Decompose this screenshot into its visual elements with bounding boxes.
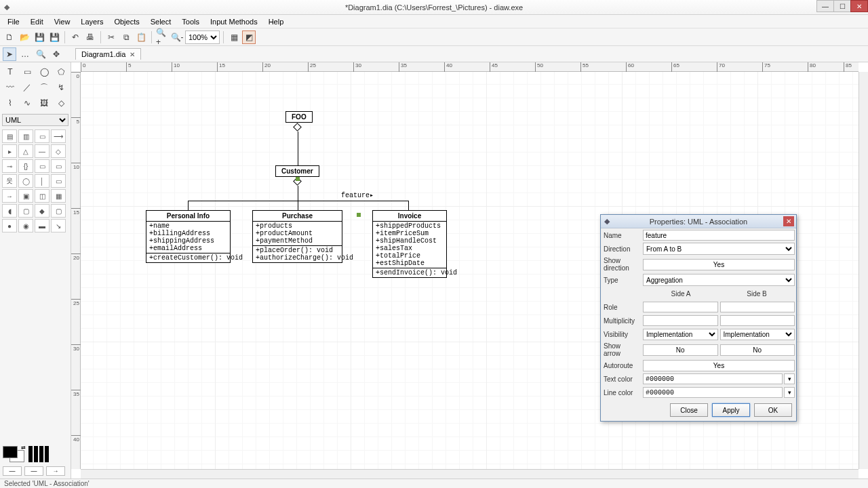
multiplicity-a-input[interactable] [643, 315, 718, 326]
uml-template-icon[interactable]: ▥ [18, 129, 33, 143]
uml-node-icon[interactable]: ◫ [35, 189, 50, 203]
line-color-input[interactable] [643, 387, 783, 398]
uml-branch-icon[interactable]: ◆ [35, 204, 50, 218]
uml-dependency-icon[interactable]: ⟶ [51, 129, 66, 143]
uml-state-icon[interactable]: ◖ [2, 204, 17, 218]
uml-largepkg-icon[interactable]: ▭ [51, 159, 66, 173]
show-direction-toggle[interactable]: Yes [643, 259, 795, 270]
uml-fork-icon[interactable]: ▬ [35, 219, 50, 232]
uml-note-icon[interactable]: ▭ [35, 129, 50, 143]
uml-class-purchase[interactable]: Purchase +products +productAmount +payme… [252, 210, 342, 263]
menu-objects[interactable]: Objects [109, 16, 144, 27]
uml-usecase-icon[interactable]: ◯ [18, 174, 33, 188]
uml-association-icon[interactable]: — [35, 144, 50, 158]
menu-view[interactable]: View [50, 16, 75, 27]
save-icon[interactable]: 💾 [33, 30, 46, 44]
apply-button[interactable]: Apply [712, 403, 750, 417]
bezierline-tool-icon[interactable]: ∿ [19, 96, 35, 110]
close-button[interactable]: Close [670, 403, 708, 417]
type-select[interactable]: Aggregation [643, 274, 795, 286]
role-a-input[interactable] [643, 302, 718, 312]
properties-dialog[interactable]: ◆ Properties: UML - Association ✕ Name D… [600, 214, 797, 422]
uml-message-icon[interactable]: → [2, 189, 17, 203]
cut-icon[interactable]: ✂ [104, 30, 118, 44]
minimize-button[interactable]: — [816, 0, 834, 12]
zoom-in-icon[interactable]: 🔍+ [155, 30, 169, 44]
name-input[interactable] [643, 230, 795, 241]
selection-handle[interactable] [296, 177, 300, 181]
uml-class-icon[interactable]: ▤ [2, 129, 17, 143]
box-tool-icon[interactable]: ▭ [19, 64, 35, 79]
save-as-icon[interactable]: 💾 [47, 30, 61, 44]
document-tab[interactable]: Diagram1.dia ✕ [75, 48, 141, 60]
uml-final-icon[interactable]: ◉ [18, 219, 33, 232]
menu-layers[interactable]: Layers [76, 16, 108, 27]
direction-select[interactable]: From A to B [643, 243, 795, 255]
color-selector[interactable]: ⇄ [0, 443, 71, 465]
uml-realize-icon[interactable]: ▸ [2, 144, 17, 158]
uml-state2-icon[interactable]: ▢ [18, 204, 33, 218]
uml-aggregation-icon[interactable]: ◇ [51, 144, 66, 158]
visibility-a-select[interactable]: Implementation [643, 329, 718, 340]
zigzag-tool-icon[interactable]: ↯ [53, 80, 69, 95]
menu-help[interactable]: Help [264, 16, 289, 27]
tab-close-icon[interactable]: ✕ [130, 51, 135, 58]
menu-input-methods[interactable]: Input Methods [205, 16, 262, 27]
visibility-b-select[interactable]: Implementation [720, 329, 795, 340]
polyline-tool-icon[interactable]: ⌇ [2, 96, 18, 110]
uml-class-foo[interactable]: FOO [285, 111, 313, 123]
multiplicity-b-input[interactable] [720, 315, 795, 326]
ellipse-tool-icon[interactable]: ◯ [36, 64, 52, 79]
open-icon[interactable]: 📂 [18, 30, 31, 44]
copy-icon[interactable]: ⧉ [119, 30, 133, 44]
undo-icon[interactable]: ↶ [68, 30, 82, 44]
bezier-tool-icon[interactable]: 〰 [2, 80, 18, 95]
uml-class-customer[interactable]: Customer [275, 165, 319, 177]
scroll-tool-icon[interactable]: ✥ [50, 47, 63, 61]
menu-tools[interactable]: Tools [177, 16, 204, 27]
end-arrow-select[interactable]: → [46, 466, 65, 476]
ok-button[interactable]: OK [754, 403, 792, 417]
shape-set-select[interactable]: UML [2, 114, 68, 126]
uml-implements-icon[interactable]: ⊸ [2, 159, 17, 173]
zoom-tool-icon[interactable]: 🔍 [34, 47, 47, 61]
outline-tool-icon[interactable]: ◇ [53, 96, 69, 110]
polygon-tool-icon[interactable]: ⬠ [53, 64, 69, 79]
new-icon[interactable]: 🗋 [3, 30, 16, 44]
text-color-input[interactable] [643, 373, 783, 384]
uml-transition-icon[interactable]: ↘ [51, 219, 66, 232]
text-tool-icon[interactable]: T [2, 64, 18, 79]
uml-actor-icon[interactable]: 웃 [2, 174, 17, 188]
menu-file[interactable]: File [3, 16, 24, 27]
show-arrow-a-toggle[interactable]: No [643, 344, 718, 356]
maximize-button[interactable]: ☐ [833, 0, 851, 12]
dialog-close-button[interactable]: ✕ [783, 216, 794, 226]
uml-class-personal-info[interactable]: Personal Info +name +billingAddress +shi… [146, 210, 231, 263]
dialog-titlebar[interactable]: ◆ Properties: UML - Association ✕ [601, 215, 796, 228]
uml-component-icon[interactable]: ▣ [18, 189, 33, 203]
vertical-scrollbar[interactable] [859, 72, 868, 469]
menu-edit[interactable]: Edit [26, 16, 48, 27]
pointer-tool-icon[interactable]: ➤ [3, 47, 16, 61]
start-arrow-select[interactable]: — [3, 466, 22, 476]
horizontal-scrollbar[interactable] [81, 469, 859, 479]
uml-smallpkg-icon[interactable]: ▭ [35, 159, 50, 173]
fg-color-swatch[interactable] [3, 446, 18, 458]
image-tool-icon[interactable]: 🖼 [36, 96, 52, 110]
role-b-input[interactable] [720, 302, 795, 312]
uml-classicon-icon[interactable]: ▦ [51, 189, 66, 203]
line-tool-icon[interactable]: ／ [19, 80, 35, 95]
autoroute-toggle[interactable]: Yes [643, 360, 795, 371]
line-color-dropdown-icon[interactable]: ▾ [784, 387, 795, 398]
uml-activity-icon[interactable]: ▢ [51, 204, 66, 218]
uml-object-icon[interactable]: ▭ [51, 174, 66, 188]
paste-icon[interactable]: 📋 [134, 30, 148, 44]
text-edit-tool-icon[interactable]: … [18, 47, 32, 61]
print-icon[interactable]: 🖶 [83, 30, 97, 44]
menu-select[interactable]: Select [146, 16, 176, 27]
zoom-out-icon[interactable]: 🔍- [170, 30, 184, 44]
show-arrow-b-toggle[interactable]: No [720, 344, 795, 356]
uml-class-invoice[interactable]: Invoice +shippedProducts +itemPriceSum +… [372, 210, 447, 278]
text-color-dropdown-icon[interactable]: ▾ [784, 373, 795, 384]
grid-snap-icon[interactable]: ▦ [227, 30, 241, 44]
